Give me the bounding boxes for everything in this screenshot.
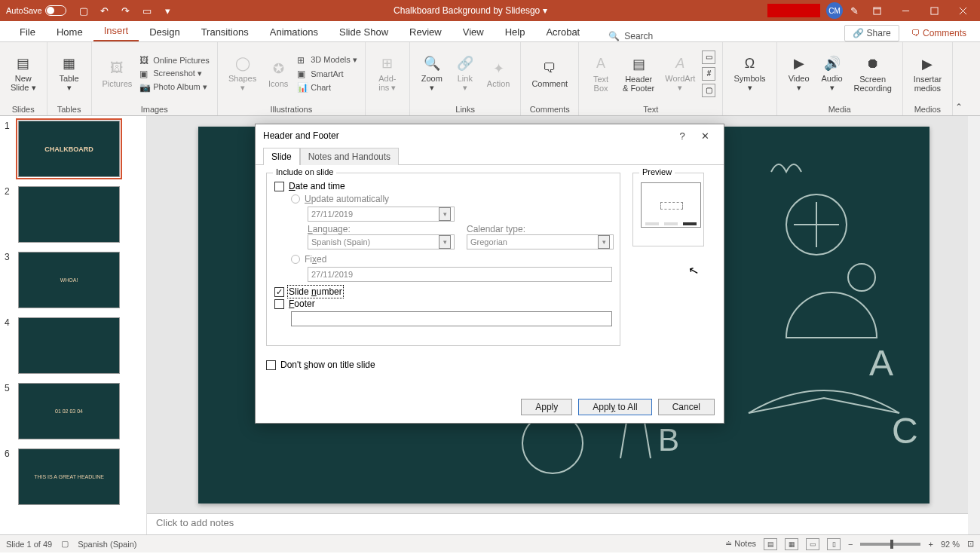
zoom-button[interactable]: 🔍Zoom ▾	[416, 53, 448, 94]
comment-button[interactable]: 🗨Comment	[527, 58, 572, 90]
tab-home[interactable]: Home	[46, 23, 93, 41]
tab-acrobat[interactable]: Acrobat	[535, 23, 590, 41]
zoom-in-icon[interactable]: +	[928, 540, 933, 549]
tab-design[interactable]: Design	[139, 23, 190, 41]
qat-more-icon[interactable]: ▾	[163, 5, 173, 16]
svg-text:B: B	[658, 422, 679, 458]
dialog-tab-notes[interactable]: Notes and Handouts	[300, 148, 399, 165]
date-time-icon[interactable]: ▭	[702, 51, 715, 64]
collapse-ribbon-icon[interactable]: ⌃	[953, 42, 965, 115]
reading-view-icon[interactable]: ▭	[806, 538, 819, 550]
share-button[interactable]: 🔗 Share	[844, 25, 899, 41]
slide-number-checkbox[interactable]	[274, 287, 284, 297]
symbols-button[interactable]: ΩSymbols ▾	[729, 53, 770, 94]
fit-to-window-icon[interactable]: ⊡	[967, 539, 974, 549]
avatar[interactable]: CM	[826, 2, 843, 19]
dont-show-title-checkbox[interactable]	[266, 360, 276, 370]
undo-icon[interactable]: ↶	[100, 5, 110, 16]
chevron-down-icon: ▾	[598, 235, 610, 249]
footer-input[interactable]	[291, 311, 612, 326]
tab-review[interactable]: Review	[399, 23, 452, 41]
zoom-level[interactable]: 92 %	[941, 540, 960, 549]
close-icon[interactable]	[951, 0, 974, 21]
slide-number-icon[interactable]: #	[702, 67, 715, 81]
tab-file[interactable]: File	[9, 23, 46, 41]
footer-checkbox[interactable]	[274, 299, 284, 309]
textbox-button[interactable]: AText Box	[585, 54, 617, 94]
tab-view[interactable]: View	[452, 23, 495, 41]
zoom-slider[interactable]	[860, 543, 920, 546]
online-pictures-button[interactable]: 🖼Online Pictures	[138, 54, 211, 67]
notes-input[interactable]: Click to add notes	[147, 513, 980, 534]
object-icon[interactable]: ▢	[702, 84, 715, 97]
pictures-button[interactable]: 🖼Pictures	[98, 58, 137, 90]
dialog-tab-slide[interactable]: Slide	[263, 148, 300, 165]
comments-button[interactable]: 🗨 Comments	[907, 26, 971, 41]
action-button[interactable]: ✦Action	[482, 58, 515, 90]
slide-thumbnails[interactable]: 1CHALKBOARD 2 3WHOA! 4 501 02 03 04 6THI…	[0, 116, 147, 534]
autosave-toggle[interactable]: AutoSave	[6, 5, 66, 16]
ribbon-display-icon[interactable]	[865, 0, 888, 21]
insertar-medios-button[interactable]: ▶Insertar medios	[909, 54, 946, 94]
zoom-out-icon[interactable]: −	[848, 540, 853, 549]
tab-transitions[interactable]: Transitions	[191, 23, 259, 41]
date-time-checkbox[interactable]	[274, 182, 284, 191]
cancel-button[interactable]: Cancel	[658, 399, 715, 415]
fixed-date-input[interactable]: 27/11/2019	[308, 267, 612, 282]
user-name[interactable]	[767, 4, 820, 17]
search-button[interactable]: 🔍 Search	[608, 31, 653, 41]
smartart-button[interactable]: ▣SmartArt	[296, 67, 359, 81]
3d-models-icon: ⊞	[297, 55, 308, 66]
maximize-icon[interactable]	[923, 0, 945, 21]
header-footer-button[interactable]: ▤Header & Footer	[618, 54, 659, 94]
photo-album-button[interactable]: 📷Photo Album ▾	[138, 81, 211, 94]
sorter-view-icon[interactable]: ▦	[785, 538, 798, 550]
link-button[interactable]: 🔗Link ▾	[449, 53, 481, 94]
normal-view-icon[interactable]: ▤	[764, 538, 777, 550]
apply-button[interactable]: Apply	[521, 399, 572, 415]
apply-to-all-button[interactable]: Apply to All	[578, 399, 651, 415]
tab-animations[interactable]: Animations	[259, 23, 329, 41]
fixed-radio[interactable]	[291, 255, 300, 264]
thumbnail-2[interactable]	[18, 186, 120, 243]
thumbnail-6[interactable]: THIS IS A GREAT HEADLINE	[18, 448, 120, 505]
pen-icon[interactable]: ✎	[849, 5, 859, 16]
language-status[interactable]: Spanish (Spain)	[78, 540, 136, 549]
notes-toggle[interactable]: ≐ Notes	[725, 539, 756, 549]
screenshot-button[interactable]: ▣Screenshot ▾	[138, 67, 211, 81]
thumbnail-3[interactable]: WHOA!	[18, 252, 120, 308]
dialog-close-icon[interactable]: ✕	[694, 130, 716, 142]
thumbnail-4[interactable]	[18, 317, 120, 374]
present-icon[interactable]: ▭	[142, 5, 152, 16]
date-format-select[interactable]: 27/11/2019▾	[308, 207, 455, 222]
save-icon[interactable]: ▢	[78, 5, 89, 16]
document-title[interactable]: Chalkboard Background by Slidesgo ▾	[173, 5, 767, 16]
ribbon: ▤New Slide ▾ Slides ▦Table ▾ Tables 🖼Pic…	[0, 42, 980, 116]
shapes-button[interactable]: ◯Shapes ▾	[224, 53, 261, 94]
new-slide-button[interactable]: ▤New Slide ▾	[6, 53, 41, 94]
tab-help[interactable]: Help	[495, 23, 536, 41]
slideshow-view-icon[interactable]: ▯	[827, 538, 841, 550]
icons-button[interactable]: ✪Icons	[262, 58, 294, 90]
chart-button[interactable]: 📊Chart	[296, 81, 359, 94]
accessibility-icon[interactable]: ▢	[61, 539, 69, 549]
video-button[interactable]: ▶Video ▾	[783, 53, 815, 94]
language-select[interactable]: Spanish (Spain)▾	[308, 234, 455, 249]
editor-scrollbar[interactable]	[968, 116, 980, 534]
dialog-help-icon[interactable]: ?	[671, 130, 694, 142]
wordart-button[interactable]: AWordArt ▾	[660, 53, 700, 94]
tab-slideshow[interactable]: Slide Show	[329, 23, 399, 41]
redo-icon[interactable]: ↷	[121, 5, 131, 16]
addins-button[interactable]: ⊞Add- ins ▾	[372, 53, 403, 94]
minimize-icon[interactable]	[894, 0, 917, 21]
table-button[interactable]: ▦Table ▾	[54, 53, 85, 94]
update-auto-radio[interactable]	[291, 194, 300, 204]
screen-recording-button[interactable]: ⏺Screen Recording	[850, 54, 896, 94]
thumbnail-5[interactable]: 01 02 03 04	[18, 383, 120, 439]
fixed-label: Fixed	[305, 254, 326, 265]
tab-insert[interactable]: Insert	[93, 21, 139, 41]
audio-button[interactable]: 🔊Audio ▾	[816, 53, 848, 94]
calendar-select[interactable]: Gregorian▾	[467, 234, 614, 249]
thumbnail-1[interactable]: CHALKBOARD	[18, 121, 120, 177]
3d-models-button[interactable]: ⊞3D Models ▾	[296, 54, 359, 67]
